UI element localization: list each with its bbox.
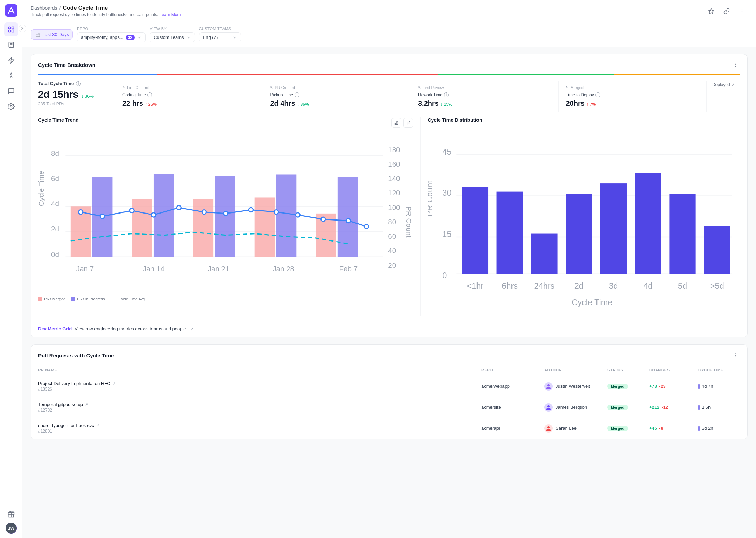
sidebar-item-goals[interactable] — [4, 69, 18, 83]
deploy-time-segment: ↖ Merged Time to Deploy i 20hrs ↑ 7% — [559, 81, 706, 112]
cycle-breakdown-title: Cycle Time Breakdown — [38, 62, 96, 68]
more-options-button[interactable] — [736, 6, 748, 17]
trend-chart-header: Cycle Time Trend — [38, 117, 413, 128]
cycle-time-bar — [698, 426, 700, 431]
pr-external-link-icon[interactable]: ↗ — [96, 423, 99, 428]
breadcrumb-parent[interactable]: Dashboards — [31, 5, 57, 11]
star-button[interactable] — [706, 6, 717, 17]
date-filter-dropdown[interactable]: Last 30 Days — [31, 29, 73, 40]
svg-rect-18 — [36, 33, 40, 37]
svg-text:0d: 0d — [51, 250, 59, 258]
svg-rect-94 — [600, 183, 627, 274]
repo-count-badge: 32 — [126, 35, 135, 40]
repo-filter-group: Repo amplify-notify, apps... 32 — [77, 27, 146, 42]
svg-point-23 — [735, 64, 736, 65]
total-info-icon[interactable]: i — [76, 81, 81, 86]
svg-text:4d: 4d — [644, 281, 653, 291]
link-button[interactable] — [721, 6, 732, 17]
additions: +212 — [649, 405, 659, 410]
coding-info-icon[interactable]: i — [147, 92, 152, 97]
changes-cell: +73 -23 — [649, 384, 698, 389]
deploy-info-icon[interactable]: i — [595, 92, 600, 97]
pull-requests-more[interactable] — [730, 350, 740, 360]
app-logo[interactable] — [5, 4, 17, 17]
custom-teams-dropdown[interactable]: Eng (7) — [199, 32, 241, 42]
custom-teams-filter-group: Custom Teams Eng (7) — [199, 27, 241, 42]
pickup-time-segment: ↖ PR Created Pickup Time i 2d 4hrs ↓ 36% — [263, 81, 411, 112]
breadcrumb-current: Code Cycle Time — [63, 5, 108, 11]
pr-number: #12732 — [38, 408, 481, 413]
cycle-breakdown-more[interactable] — [730, 60, 740, 70]
svg-point-73 — [321, 217, 325, 221]
svg-text:60: 60 — [388, 232, 396, 240]
svg-rect-3 — [8, 30, 10, 32]
deletions: -8 — [659, 426, 663, 431]
learn-more-link[interactable]: Learn More — [160, 12, 181, 17]
pr-name-cell: Temporal gitpod setup ↗ #12732 — [38, 402, 481, 413]
custom-teams-label: Custom Teams — [199, 27, 241, 31]
sidebar-item-gift[interactable] — [4, 507, 18, 521]
trend-chart-container: Cycle Time Trend — [38, 117, 413, 316]
pickup-info-icon[interactable]: i — [295, 92, 299, 97]
pr-name-cell: Project Delivery Implmentation RFC ↗ #13… — [38, 381, 481, 392]
chart-controls — [391, 118, 413, 128]
view-by-dropdown[interactable]: Custom Teams — [150, 32, 195, 42]
svg-text:5d: 5d — [678, 281, 687, 291]
dev-metric-desc: View raw engineering metrics across team… — [75, 326, 187, 331]
deploy-change: ↑ 7% — [586, 102, 596, 107]
svg-rect-90 — [462, 187, 488, 274]
dev-metric-link[interactable]: Dev Metric Grid — [38, 326, 72, 331]
th-status: STATUS — [607, 368, 649, 372]
pickup-stage-label: PR Created — [275, 85, 295, 90]
rework-info-icon[interactable]: i — [444, 92, 449, 97]
page-header: Dashboards / Code Cycle Time Track pull … — [22, 0, 756, 22]
cycle-time-bar — [698, 405, 700, 410]
pr-external-link-icon[interactable]: ↗ — [85, 402, 88, 407]
view-by-filter-group: View By Custom Teams — [150, 27, 195, 42]
sidebar-item-dashboards[interactable] — [4, 22, 18, 36]
filters-bar: Last 30 Days Repo amplify-notify, apps..… — [22, 22, 756, 47]
deployed-label: Deployed ↗ — [707, 81, 740, 112]
sidebar-item-settings[interactable] — [4, 99, 18, 113]
th-repo: REPO — [481, 368, 544, 372]
pickup-arrow: ↖ — [270, 85, 273, 90]
cycle-time-cell: 1.5h — [698, 405, 740, 410]
status-badge: Merged — [607, 426, 628, 431]
svg-text:Cycle Time: Cycle Time — [38, 170, 45, 206]
svg-point-72 — [296, 213, 300, 217]
repo-filter-dropdown[interactable]: amplify-notify, apps... 32 — [77, 32, 146, 42]
pr-name-text: Project Delivery Implmentation RFC ↗ — [38, 381, 481, 386]
pr-external-link-icon[interactable]: ↗ — [113, 381, 116, 386]
status-badge: Merged — [607, 384, 628, 389]
bar-chart-button[interactable] — [391, 118, 401, 128]
total-cycle-time-metric: Total Cycle Time i 2d 15hrs ↓ 36% 285 To… — [38, 81, 115, 106]
total-value: 2d 15hrs ↓ 36% — [38, 89, 107, 100]
author-name: Justin Westervelt — [556, 384, 590, 389]
chevron-down-icon — [137, 35, 142, 40]
total-label: Total Cycle Time i — [38, 81, 107, 86]
svg-rect-60 — [276, 174, 297, 257]
user-avatar[interactable]: JW — [6, 523, 17, 534]
table-row: Temporal gitpod setup ↗ #12732 acme/site… — [31, 397, 747, 418]
rework-arrow: ↖ — [418, 85, 421, 90]
svg-rect-95 — [635, 173, 661, 274]
svg-rect-56 — [154, 174, 174, 257]
legend-progress-label: PRs in Progress — [77, 297, 105, 301]
scatter-chart-button[interactable] — [403, 118, 413, 128]
svg-text:8d: 8d — [51, 149, 59, 157]
table-row: Project Delivery Implmentation RFC ↗ #13… — [31, 376, 747, 397]
svg-point-69 — [224, 211, 228, 216]
total-change: ↓ 36% — [81, 93, 94, 99]
sidebar-item-alerts[interactable] — [4, 53, 18, 67]
date-filter-label: Last 30 Days — [42, 32, 69, 37]
pickup-change: ↓ 36% — [297, 102, 309, 107]
svg-point-71 — [274, 210, 278, 214]
pickup-bar-segment — [157, 74, 438, 75]
svg-text:40: 40 — [388, 246, 396, 254]
distribution-chart-container: Cycle Time Distribution 45 30 15 0 PR Co… — [420, 117, 740, 316]
svg-point-31 — [410, 121, 410, 122]
svg-text:20: 20 — [388, 261, 396, 269]
sidebar-item-chat[interactable] — [4, 84, 18, 98]
sidebar-item-reports[interactable] — [4, 38, 18, 52]
sidebar-toggle[interactable] — [19, 25, 26, 32]
